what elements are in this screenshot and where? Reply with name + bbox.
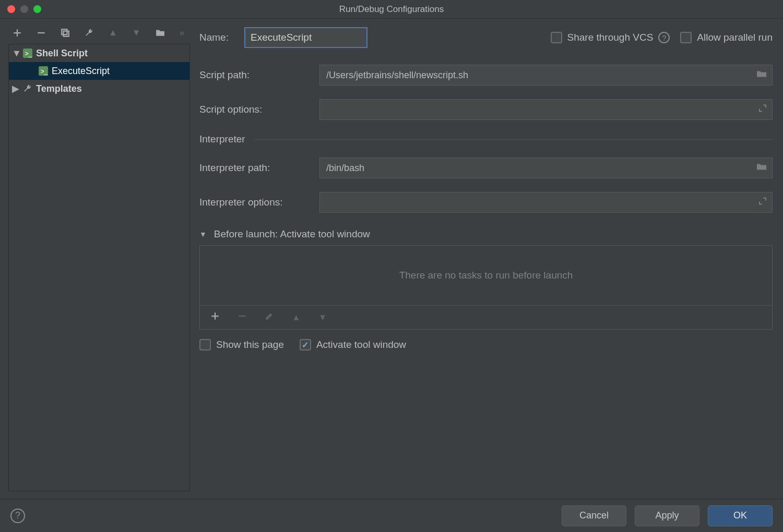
window-controls xyxy=(0,5,41,13)
name-row: Name: Share through VCS ? Allow parallel… xyxy=(199,27,773,48)
chevron-down-icon[interactable]: ▼ xyxy=(12,48,19,59)
share-vcs-group[interactable]: Share through VCS ? xyxy=(551,32,670,43)
ok-button[interactable]: OK xyxy=(708,505,773,526)
config-tree[interactable]: ▼ >_ Shell Script >_ ExecuteScript ▶ Tem… xyxy=(8,44,190,491)
edit-icon xyxy=(265,311,274,323)
titlebar: Run/Debug Configurations xyxy=(0,0,783,19)
divider xyxy=(255,139,773,140)
interpreter-path-field[interactable]: /bin/bash xyxy=(319,158,773,178)
svg-rect-1 xyxy=(62,29,67,34)
browse-icon[interactable] xyxy=(756,163,767,174)
help-button[interactable]: ? xyxy=(10,509,25,523)
interpreter-options-row: Interpreter options: xyxy=(199,192,773,213)
expand-icon[interactable] xyxy=(758,197,767,208)
activate-tool-window-label: Activate tool window xyxy=(316,339,406,350)
script-path-value: /Users/jetbrains/shell/newscript.sh xyxy=(326,70,468,81)
close-window-icon[interactable] xyxy=(7,5,15,13)
cancel-button[interactable]: Cancel xyxy=(562,505,626,526)
add-icon[interactable] xyxy=(13,28,22,38)
share-vcs-label: Share through VCS xyxy=(567,32,654,43)
wrench-icon[interactable] xyxy=(85,28,94,38)
before-launch-title: Before launch: Activate tool window xyxy=(214,228,370,240)
svg-rect-0 xyxy=(38,32,45,33)
tree-node-label: Shell Script xyxy=(36,48,88,59)
svg-rect-7 xyxy=(239,316,246,317)
script-options-label: Script options: xyxy=(199,104,319,115)
script-options-row: Script options: xyxy=(199,99,773,120)
terminal-icon: >_ xyxy=(38,66,49,76)
move-down-icon: ▼ xyxy=(318,312,327,323)
move-up-icon: ▲ xyxy=(109,28,117,38)
activate-tool-window-checkbox[interactable] xyxy=(300,339,311,350)
folder-icon[interactable] xyxy=(156,28,165,38)
allow-parallel-label: Allow parallel run xyxy=(697,32,773,43)
interpreter-path-row: Interpreter path: /bin/bash xyxy=(199,158,773,178)
sidebar-toolbar: ▲ ▼ » xyxy=(8,26,190,44)
before-launch-tasklist[interactable]: There are no tasks to run before launch xyxy=(199,245,773,306)
interpreter-options-label: Interpreter options: xyxy=(199,197,319,208)
dialog-footer: ? Cancel Apply OK xyxy=(0,499,783,532)
expand-icon[interactable] xyxy=(758,104,767,115)
tree-node-label: Templates xyxy=(36,83,82,94)
copy-icon[interactable] xyxy=(61,28,70,38)
minimize-window-icon xyxy=(20,5,28,13)
apply-button[interactable]: Apply xyxy=(635,505,699,526)
tree-node-templates[interactable]: ▶ Templates xyxy=(9,80,189,98)
before-launch-header[interactable]: ▼ Before launch: Activate tool window xyxy=(199,228,773,240)
remove-icon xyxy=(238,311,247,323)
name-input-wrap[interactable] xyxy=(244,27,367,48)
interpreter-options-field[interactable] xyxy=(319,192,773,213)
sidebar: ▲ ▼ » ▼ >_ Shell Script >_ ExecuteScript xyxy=(8,26,190,491)
terminal-icon: >_ xyxy=(22,48,33,58)
move-up-icon: ▲ xyxy=(292,312,301,323)
move-down-icon: ▼ xyxy=(132,28,141,38)
script-path-field[interactable]: /Users/jetbrains/shell/newscript.sh xyxy=(319,65,773,86)
remove-icon[interactable] xyxy=(37,28,46,38)
activate-tool-window-group[interactable]: Activate tool window xyxy=(300,339,406,350)
name-input[interactable] xyxy=(251,32,361,43)
tree-node-shell-script[interactable]: ▼ >_ Shell Script xyxy=(9,44,189,62)
browse-icon[interactable] xyxy=(756,70,767,81)
window-title: Run/Debug Configurations xyxy=(0,4,783,15)
content-area: ▲ ▼ » ▼ >_ Shell Script >_ ExecuteScript xyxy=(0,19,783,499)
maximize-window-icon[interactable] xyxy=(33,5,41,13)
show-this-page-label: Show this page xyxy=(216,339,284,350)
svg-text:>_: >_ xyxy=(25,50,32,57)
interpreter-section-header: Interpreter xyxy=(199,134,773,145)
script-path-label: Script path: xyxy=(199,69,319,81)
interpreter-path-value: /bin/bash xyxy=(326,163,364,174)
chevron-down-icon[interactable]: ▼ xyxy=(199,230,207,238)
script-path-row: Script path: /Users/jetbrains/shell/news… xyxy=(199,65,773,86)
help-icon[interactable]: ? xyxy=(658,32,670,43)
allow-parallel-group[interactable]: Allow parallel run xyxy=(680,32,773,43)
interpreter-path-label: Interpreter path: xyxy=(199,162,319,174)
tree-node-label: ExecuteScript xyxy=(52,66,110,77)
svg-text:>_: >_ xyxy=(40,68,48,75)
more-icon[interactable]: » xyxy=(180,28,185,38)
share-vcs-checkbox[interactable] xyxy=(551,32,562,43)
show-this-page-group[interactable]: Show this page xyxy=(199,339,284,350)
script-options-field[interactable] xyxy=(319,99,773,120)
config-form: Name: Share through VCS ? Allow parallel… xyxy=(199,26,775,491)
before-launch-checks: Show this page Activate tool window xyxy=(199,339,773,350)
interpreter-section-label: Interpreter xyxy=(199,134,245,145)
wrench-icon xyxy=(22,83,33,94)
before-launch-toolbar: ▲ ▼ xyxy=(199,306,773,330)
before-launch-section: ▼ Before launch: Activate tool window Th… xyxy=(199,228,773,350)
show-this-page-checkbox[interactable] xyxy=(199,339,211,350)
name-label: Name: xyxy=(199,32,244,43)
svg-rect-2 xyxy=(64,31,69,37)
tree-node-executescript[interactable]: >_ ExecuteScript xyxy=(9,62,189,80)
allow-parallel-checkbox[interactable] xyxy=(680,32,692,43)
chevron-right-icon[interactable]: ▶ xyxy=(12,83,19,94)
before-launch-empty-text: There are no tasks to run before launch xyxy=(399,270,573,281)
add-icon[interactable] xyxy=(210,311,220,323)
